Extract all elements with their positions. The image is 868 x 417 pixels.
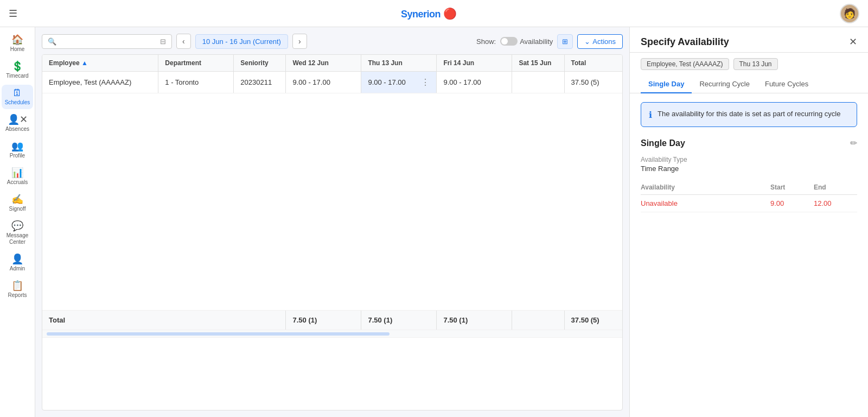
content-area: 🔍 Employee, Test (AAAAAZ) ⊟ ‹ 10 Jun - 1… bbox=[35, 27, 868, 417]
cell-thu: 9.00 - 17.00 ⋮ bbox=[361, 72, 437, 93]
availability-start: 9.00 bbox=[770, 199, 814, 207]
sidebar-item-admin[interactable]: 👤 Admin bbox=[2, 251, 33, 275]
tab-recurring-cycle[interactable]: Recurring Cycle bbox=[692, 75, 757, 93]
table-header-row: Employee ▲ Department Seniority Wed 12 J… bbox=[42, 55, 622, 72]
sidebar-item-signoff[interactable]: ✍ Signoff bbox=[2, 191, 33, 216]
info-message: The availability for this date is set as… bbox=[658, 109, 840, 119]
sidebar: 🏠 Home 💲 Timecard 🗓 Schedules 👤✕ Absence… bbox=[0, 27, 35, 417]
cell-seniority: 20230211 bbox=[234, 72, 286, 93]
schedule-panel: 🔍 Employee, Test (AAAAAZ) ⊟ ‹ 10 Jun - 1… bbox=[35, 27, 629, 417]
sidebar-item-timecard[interactable]: 💲 Timecard bbox=[2, 58, 33, 83]
availability-panel: Specify Availability ✕ Employee, Test (A… bbox=[629, 27, 868, 417]
user-avatar[interactable]: 🧑 bbox=[840, 4, 859, 23]
availability-tags: Employee, Test (AAAAAZ) Thu 13 Jun bbox=[630, 53, 868, 75]
availability-type-value: Time Range bbox=[641, 165, 857, 173]
menu-icon[interactable]: ☰ bbox=[9, 8, 17, 20]
availability-table-header: Availability Start End bbox=[641, 180, 857, 195]
edit-icon[interactable]: ✏ bbox=[850, 138, 857, 148]
availability-row: Unavailable 9.00 12.00 bbox=[641, 195, 857, 212]
empty-row bbox=[42, 93, 622, 311]
horizontal-scrollbar[interactable] bbox=[47, 332, 390, 336]
message-icon: 💬 bbox=[11, 221, 23, 231]
sidebar-item-home[interactable]: 🏠 Home bbox=[2, 31, 33, 56]
col-header-employee: Employee ▲ bbox=[42, 55, 158, 72]
table-row: Employee, Test (AAAAAZ) 1 - Toronto 2023… bbox=[42, 72, 622, 93]
availability-status: Unavailable bbox=[641, 199, 770, 207]
col-availability: Availability bbox=[641, 184, 770, 191]
toolbar-row: 🔍 Employee, Test (AAAAAZ) ⊟ ‹ 10 Jun - 1… bbox=[42, 34, 623, 49]
col-start: Start bbox=[770, 184, 814, 191]
schedules-icon: 🗓 bbox=[12, 88, 22, 98]
cell-total: 37.50 (5) bbox=[564, 72, 622, 93]
col-header-wed: Wed 12 Jun bbox=[286, 55, 361, 72]
main-container: 🏠 Home 💲 Timecard 🗓 Schedules 👤✕ Absence… bbox=[0, 27, 868, 417]
search-icon: 🔍 bbox=[48, 37, 56, 46]
cell-fri: 9.00 - 17.00 bbox=[437, 72, 512, 93]
grid-icon: ⊞ bbox=[562, 37, 568, 46]
total-row: Total 7.50 (1) 7.50 (1) 7.50 (1) 37.50 (… bbox=[42, 311, 622, 330]
availability-title: Specify Availability bbox=[641, 36, 729, 48]
close-button[interactable]: ✕ bbox=[849, 36, 857, 48]
total-label: Total bbox=[42, 311, 286, 330]
availability-tabs: Single Day Recurring Cycle Future Cycles bbox=[630, 75, 868, 93]
availability-label: Availability bbox=[520, 37, 553, 46]
col-header-seniority: Seniority bbox=[234, 55, 286, 72]
total-thu: 7.50 (1) bbox=[361, 311, 437, 330]
cell-wed: 9.00 - 17.00 bbox=[286, 72, 361, 93]
search-box[interactable]: 🔍 Employee, Test (AAAAAZ) ⊟ bbox=[42, 34, 172, 49]
employee-tag: Employee, Test (AAAAAZ) bbox=[641, 58, 729, 70]
tab-future-cycles[interactable]: Future Cycles bbox=[757, 75, 816, 93]
sort-icon: ▲ bbox=[81, 59, 88, 67]
availability-type-label: Availability Type bbox=[641, 156, 857, 163]
col-header-total: Total bbox=[564, 55, 622, 72]
sidebar-item-schedules[interactable]: 🗓 Schedules bbox=[2, 85, 33, 109]
prev-week-button[interactable]: ‹ bbox=[176, 34, 191, 49]
chevron-down-icon: ⌄ bbox=[584, 37, 590, 46]
accruals-icon: 📊 bbox=[11, 168, 23, 178]
col-end: End bbox=[814, 184, 857, 191]
schedule-table: Employee ▲ Department Seniority Wed 12 J… bbox=[42, 55, 622, 338]
col-header-thu: Thu 13 Jun bbox=[361, 55, 437, 72]
sidebar-item-accruals[interactable]: 📊 Accruals bbox=[2, 165, 33, 189]
availability-toggle[interactable] bbox=[500, 37, 518, 46]
filter-icon[interactable]: ⊟ bbox=[160, 37, 166, 46]
schedule-table-wrapper: Employee ▲ Department Seniority Wed 12 J… bbox=[42, 54, 623, 410]
admin-icon: 👤 bbox=[11, 254, 23, 264]
reports-icon: 📋 bbox=[11, 281, 23, 290]
search-input[interactable]: Employee, Test (AAAAAZ) bbox=[60, 37, 157, 46]
sidebar-item-profile[interactable]: 👥 Profile bbox=[2, 138, 33, 162]
total-total: 37.50 (5) bbox=[564, 311, 622, 330]
next-week-button[interactable]: › bbox=[292, 34, 307, 49]
availability-body: ℹ The availability for this date is set … bbox=[630, 93, 868, 417]
total-wed: 7.50 (1) bbox=[286, 311, 361, 330]
section-title-text: Single Day bbox=[641, 138, 685, 148]
availability-toggle-container: Availability bbox=[500, 37, 553, 46]
col-header-fri: Fri 14 Jun bbox=[437, 55, 512, 72]
absences-icon: 👤✕ bbox=[8, 115, 28, 124]
context-menu-icon[interactable]: ⋮ bbox=[421, 77, 430, 87]
app-logo: Synerion 🔴 bbox=[401, 7, 456, 20]
cell-employee: Employee, Test (AAAAAZ) bbox=[42, 72, 158, 93]
scrollbar-row bbox=[42, 330, 622, 338]
sidebar-item-message-center[interactable]: 💬 Message Center bbox=[2, 218, 33, 249]
profile-icon: 👥 bbox=[11, 141, 23, 151]
availability-end: 12.00 bbox=[814, 199, 857, 207]
sidebar-item-reports[interactable]: 📋 Reports bbox=[2, 277, 33, 302]
availability-header: Specify Availability ✕ bbox=[630, 27, 868, 53]
section-title: Single Day ✏ bbox=[641, 138, 857, 148]
date-tag: Thu 13 Jun bbox=[733, 58, 778, 70]
col-header-department: Department bbox=[158, 55, 234, 72]
actions-button[interactable]: ⌄ Actions bbox=[577, 34, 623, 49]
topbar: ☰ Synerion 🔴 🧑 bbox=[0, 0, 868, 27]
signoff-icon: ✍ bbox=[11, 194, 23, 204]
date-range-button[interactable]: 10 Jun - 16 Jun (Current) bbox=[195, 34, 288, 49]
show-label: Show: bbox=[476, 37, 496, 46]
total-sat bbox=[512, 311, 564, 330]
home-icon: 🏠 bbox=[11, 35, 23, 45]
cell-sat bbox=[512, 72, 564, 93]
tab-single-day[interactable]: Single Day bbox=[641, 75, 692, 93]
info-box: ℹ The availability for this date is set … bbox=[641, 102, 857, 127]
sidebar-item-absences[interactable]: 👤✕ Absences bbox=[2, 111, 33, 136]
grid-view-button[interactable]: ⊞ bbox=[557, 34, 573, 49]
total-fri: 7.50 (1) bbox=[437, 311, 512, 330]
